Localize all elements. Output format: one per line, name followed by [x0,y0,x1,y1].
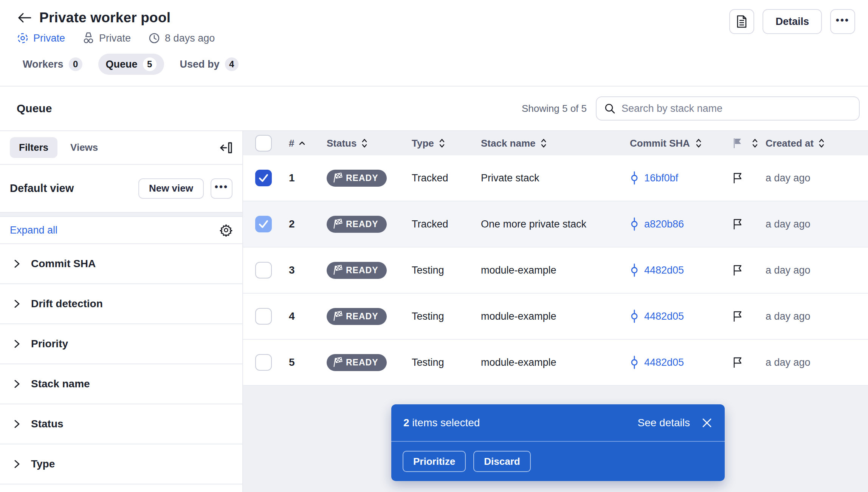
tab-filters[interactable]: Filters [10,137,57,158]
space-link[interactable]: Private [17,32,65,44]
column-header[interactable]: Stack name [481,138,630,149]
see-details-link[interactable]: See details [637,417,690,429]
stack-name: Private stack [481,172,539,184]
ellipsis-icon: ••• [836,14,849,26]
column-header[interactable]: Status [327,138,412,149]
column-header[interactable]: Type [412,138,481,149]
filter-section[interactable]: Commit SHA [0,244,242,284]
stack-name: One more private stack [481,218,586,230]
updated-item: 8 days ago [148,32,215,44]
tab-views[interactable]: Views [70,142,98,153]
selection-panel: 2 items selected See details Prioritize … [391,404,725,481]
filter-section[interactable]: Type [0,444,242,484]
created-at: a day ago [766,357,811,368]
back-button[interactable] [17,10,32,25]
run-type: Tracked [412,218,448,230]
column-header[interactable]: Created at [766,138,868,149]
filters-sidebar: Filters Views Default view New view ••• … [0,131,243,492]
row-checkbox[interactable] [255,308,272,325]
chevron-right-icon [13,258,21,269]
search-icon [604,103,615,114]
row-checkbox[interactable] [255,354,272,371]
sort-icon [752,138,758,149]
expand-all-link[interactable]: Expand all [10,224,57,236]
back-arrow-icon [17,12,31,23]
sort-icon [695,138,702,149]
more-actions-button[interactable]: ••• [830,9,855,34]
pool-tab[interactable]: Used by 4 [174,54,245,75]
status-badge: READY [327,170,387,187]
page-header: Private worker pool Private Private 8 da… [0,0,868,87]
checkered-flag-icon [332,265,343,275]
commit-sha-link[interactable]: 4482d05 [644,357,684,368]
sort-icon [540,138,547,149]
table-row[interactable]: 3 READY Testing module-example 4482d05 a… [243,248,868,294]
column-header[interactable]: # [278,138,327,149]
default-view-label: Default view [10,182,74,195]
table-row[interactable]: 5 READY Testing module-example 4482d05 a… [243,340,868,386]
git-commit-icon [630,309,639,323]
close-selection-button[interactable] [701,417,713,429]
prioritize-button[interactable]: Prioritize [403,451,466,472]
git-commit-icon [630,263,639,277]
table-row[interactable]: 1 READY Tracked Private stack 16bf0bf a … [243,155,868,201]
run-type: Tracked [412,172,448,184]
row-checkbox[interactable] [255,262,272,278]
commit-sha-link[interactable]: 4482d05 [644,311,684,322]
search-input[interactable] [622,103,851,114]
run-number: 3 [289,264,295,276]
filter-settings-button[interactable] [220,224,232,237]
column-header[interactable] [732,138,766,149]
row-checkbox[interactable] [255,216,272,232]
collapse-panel-icon [219,141,232,154]
view-more-button[interactable]: ••• [211,178,232,199]
row-checkbox[interactable] [255,170,272,186]
section-title: Queue [17,102,52,115]
flag-column-icon [732,138,742,149]
commit-sha-link[interactable]: a820b86 [644,218,684,230]
filter-section[interactable]: Priority [0,324,242,364]
table-row[interactable]: 2 READY Tracked One more private stack a… [243,201,868,248]
sort-icon [361,138,368,149]
git-commit-icon [630,217,639,231]
commit-sha-link[interactable]: 4482d05 [644,265,684,276]
filter-section[interactable]: Stack name [0,364,242,404]
sort-icon [439,138,445,149]
commit-sha-link[interactable]: 16bf0bf [644,172,678,184]
stack-name: module-example [481,311,556,322]
tab-count-badge: 0 [69,57,82,71]
run-type: Testing [412,265,444,276]
discard-button[interactable]: Discard [473,451,530,472]
worker-pool-page: Private worker pool Private Private 8 da… [0,0,868,492]
new-view-button[interactable]: New view [138,178,204,199]
visibility-item: Private [82,32,131,45]
select-all-checkbox[interactable] [255,135,272,152]
collapse-sidebar-button[interactable] [219,141,232,154]
filter-section[interactable]: Drift detection [0,284,242,324]
sidebar-divider-band [0,212,242,217]
chevron-right-icon [13,418,21,430]
chevron-right-icon [13,298,21,309]
flag-icon [732,356,742,368]
column-header[interactable]: Commit SHA [630,138,732,149]
run-number: 5 [289,356,295,368]
pool-tab[interactable]: Workers 0 [17,54,88,75]
notes-button[interactable] [729,9,754,34]
details-button[interactable]: Details [763,9,822,34]
status-badge: READY [327,354,387,371]
filter-section[interactable]: Status [0,404,242,444]
close-icon [701,417,713,429]
checkered-flag-icon [332,311,343,322]
search-box [596,96,860,121]
default-view-row: Default view New view ••• [0,165,242,212]
header-actions: Details ••• [729,9,855,34]
table-row[interactable]: 4 READY Testing module-example 4482d05 a… [243,294,868,340]
selection-count: 2 items selected [403,417,480,429]
page-title: Private worker pool [39,10,170,26]
checkered-flag-icon [332,357,343,368]
status-badge: READY [327,216,387,233]
filter-list: Commit SHA Drift detection Priority Stac… [0,244,242,484]
pool-tabs: Workers 0 Queue 5 Used by 4 [17,54,855,75]
pool-tab[interactable]: Queue 5 [98,54,164,75]
tab-count-badge: 4 [225,57,239,71]
